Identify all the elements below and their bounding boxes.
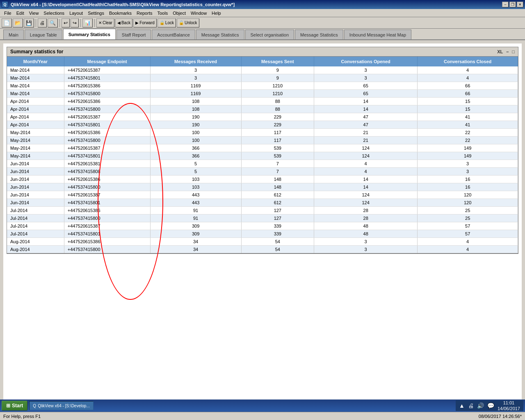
table-cell-4: 3 — [314, 238, 417, 246]
menu-settings[interactable]: Settings — [85, 10, 107, 16]
clock-date: 14/06/2017 — [498, 406, 520, 411]
table-cell-5: 66 — [418, 90, 518, 98]
tray-icon-3[interactable]: 🔊 — [477, 402, 484, 409]
table-cell-0: Jul-2014 — [7, 207, 64, 215]
undo-button[interactable]: ↩ — [62, 18, 70, 27]
table-cell-4: 65 — [314, 82, 417, 90]
preview-button[interactable]: 🔍 — [48, 18, 58, 27]
table-row: Jun-2014+4475374158001031481416 — [7, 183, 518, 191]
table-cell-3: 54 — [241, 238, 314, 246]
tab-staff-report[interactable]: Staff Report — [116, 30, 151, 39]
menu-reports[interactable]: Reports — [134, 10, 155, 16]
table-row: May-2014+447537415801366539124149 — [7, 152, 518, 160]
tab-message-statistics-1[interactable]: Message Statistics — [196, 30, 244, 39]
back-icon: ◀ — [117, 21, 121, 25]
table-controls[interactable]: XL – □ — [497, 49, 515, 54]
table-cell-1: +447520615387 — [64, 222, 150, 230]
table-cell-4: 21 — [314, 137, 417, 144]
menu-bookmarks[interactable]: Bookmarks — [107, 10, 134, 16]
tray-icon-2[interactable]: 🖨 — [468, 402, 474, 409]
status-date: 08/06/2017 14:26:56* — [479, 414, 522, 419]
tab-select-organisation[interactable]: Select organisation — [245, 30, 294, 39]
toolbar-sep-3 — [80, 19, 81, 27]
restore-button[interactable]: ❐ — [509, 2, 516, 7]
title-bar: Q QlikView x64 - [S:\Development\ChatHea… — [0, 0, 525, 9]
tab-main[interactable]: Main — [3, 30, 24, 39]
summary-stats-container: Summary statistics for XL – □ ChatHealth… — [7, 47, 518, 254]
menu-edit[interactable]: Edit — [14, 10, 27, 16]
table-cell-5: 41 — [418, 121, 518, 129]
table-cell-3: 229 — [241, 113, 314, 121]
table-cell-3: 539 — [241, 144, 314, 152]
menu-file[interactable]: File — [2, 10, 14, 16]
taskbar-qlikview[interactable]: Q QlikView x64 - [S:\Develop... — [29, 401, 93, 410]
menu-layout[interactable]: Layout — [67, 10, 85, 16]
table-cell-4: 28 — [314, 215, 417, 222]
table-cell-0: Mar-2014 — [7, 90, 64, 98]
table-row: May-2014+4475374158001001172122 — [7, 137, 518, 144]
unlock-button[interactable]: 🔓 Unlock — [177, 18, 199, 27]
table-cell-2: 91 — [150, 207, 241, 215]
table-cell-3: 117 — [241, 137, 314, 144]
save-button[interactable]: 💾 — [24, 18, 34, 27]
print-button[interactable]: 🖨 — [38, 18, 47, 27]
table-row: May-2014+447520615387366539124149 — [7, 144, 518, 152]
table-row: Jun-2014+447537415801443612124120 — [7, 199, 518, 207]
tab-message-statistics-2[interactable]: Message Statistics — [295, 30, 343, 39]
start-button[interactable]: ⊞ Start — [2, 401, 27, 411]
table-cell-5: 16 — [418, 176, 518, 183]
tray-icon-4[interactable]: 💬 — [487, 402, 494, 409]
menu-selections[interactable]: Selections — [41, 10, 67, 16]
table-cell-1: +447537415800 — [64, 215, 150, 222]
table-cell-0: Mar-2014 — [7, 66, 64, 74]
unlock-label: Unlock — [185, 21, 197, 25]
table-cell-1: +447537415800 — [64, 246, 150, 254]
table-cell-5: 57 — [418, 222, 518, 230]
table-cell-5: 41 — [418, 113, 518, 121]
table-cell-2: 100 — [150, 129, 241, 137]
menu-object[interactable]: Object — [170, 10, 188, 16]
table-cell-5: 149 — [418, 152, 518, 160]
clear-label: Clear — [103, 21, 112, 25]
table-row: Jun-2014+4475374158085743 — [7, 168, 518, 176]
menu-view[interactable]: View — [27, 10, 41, 16]
tab-league-table[interactable]: League Table — [25, 30, 62, 39]
close-button[interactable]: ✕ — [517, 2, 523, 7]
tray-icon-1[interactable]: ▲ — [459, 402, 465, 409]
chart-button[interactable]: 📊 — [82, 18, 93, 27]
menu-window[interactable]: Window — [188, 10, 209, 16]
minimize-control[interactable]: – — [506, 49, 509, 54]
menu-help[interactable]: Help — [209, 10, 224, 16]
tab-inbound-heat-map[interactable]: Inbound Message Heat Map — [344, 30, 411, 39]
tab-account-balance[interactable]: AccountBalance — [152, 30, 195, 39]
table-cell-4: 48 — [314, 230, 417, 238]
table-body: Mar-2014+4475206153873934Mar-2014+447537… — [7, 66, 518, 253]
help-text: For Help, press F1 — [3, 414, 41, 419]
tab-summary-statistics[interactable]: Summary Statistics — [63, 29, 116, 39]
col-month-year: Month/Year — [7, 57, 64, 66]
table-cell-4: 48 — [314, 222, 417, 230]
xl-control[interactable]: XL — [497, 49, 503, 54]
minimize-button[interactable]: – — [502, 2, 509, 7]
back-button[interactable]: ◀ Back — [115, 18, 132, 27]
redo-button[interactable]: ↪ — [71, 18, 79, 27]
table-cell-1: +447520615381 — [64, 160, 150, 168]
open-button[interactable]: 📂 — [13, 18, 23, 27]
title-bar-controls[interactable]: – ❐ ✕ — [502, 2, 523, 7]
menu-tools[interactable]: Tools — [155, 10, 170, 16]
lock-button[interactable]: 🔒 Lock — [158, 18, 176, 27]
forward-label: Forward — [139, 21, 155, 25]
table-cell-2: 3 — [150, 66, 241, 74]
new-button[interactable]: 📄 — [2, 18, 12, 27]
table-row: Jul-2014+4475206153873093394857 — [7, 222, 518, 230]
forward-button[interactable]: ▶ Forward — [133, 18, 157, 27]
table-cell-3: 9 — [241, 66, 314, 74]
table-cell-2: 91 — [150, 215, 241, 222]
clear-button[interactable]: ✕ Clear — [96, 18, 114, 27]
table-cell-0: Jul-2014 — [7, 215, 64, 222]
maximize-control[interactable]: □ — [512, 49, 515, 54]
table-cell-3: 1210 — [241, 90, 314, 98]
table-row: Jun-2014+447520615387443612124120 — [7, 191, 518, 199]
col-conversations-closed: Conversations Closed — [418, 57, 518, 66]
lock-label: Lock — [165, 21, 174, 25]
